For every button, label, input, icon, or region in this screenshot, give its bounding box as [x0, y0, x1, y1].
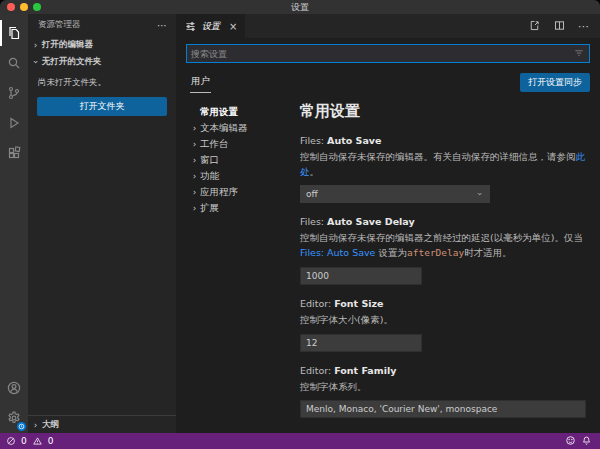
setting-link[interactable]: Files: Auto Save — [300, 247, 375, 258]
outline-section[interactable]: › 大纲 — [28, 416, 176, 433]
title-bar: 设置 — [0, 0, 600, 14]
chevron-down-icon: › — [31, 57, 41, 66]
notifications-bell-icon[interactable] — [581, 435, 592, 448]
toc-item[interactable]: 常用设置 — [190, 104, 296, 120]
minimize-window-button[interactable] — [20, 3, 28, 11]
description-text: 时才适用。 — [464, 247, 512, 258]
toc-item-label: 扩展 — [199, 202, 219, 215]
more-actions-icon[interactable]: ⋯ — [157, 20, 168, 31]
toc-item[interactable]: ›功能 — [190, 168, 296, 184]
toc-item[interactable]: ›扩展 — [190, 200, 296, 216]
close-window-button[interactable] — [7, 3, 15, 11]
setting-title: Editor: Font Size — [300, 298, 586, 309]
description-text: 设置为 — [375, 247, 407, 258]
run-debug-icon[interactable] — [0, 108, 28, 138]
description-text: 控制自动保存未保存的编辑器之前经过的延迟(以毫秒为单位)。仅当 — [300, 232, 583, 243]
description-text: 。 — [310, 166, 320, 177]
status-bar: 0 0 — [0, 433, 600, 449]
tab-bar: 设置 × ⋯ — [176, 14, 600, 38]
chevron-right-icon: › — [190, 123, 199, 133]
open-settings-json-icon[interactable] — [528, 19, 541, 34]
open-folder-button[interactable]: 打开文件夹 — [37, 97, 167, 116]
setting-name: Font Size — [334, 298, 383, 309]
open-editors-section[interactable]: › 打开的编辑器 — [28, 36, 176, 53]
accounts-icon[interactable] — [0, 373, 28, 403]
settings-toc: 常用设置›文本编辑器›工作台›窗口›功能›应用程序›扩展 — [176, 94, 296, 433]
editor-actions: ⋯ — [528, 14, 600, 38]
toc-item-label: 文本编辑器 — [199, 122, 248, 135]
setting-name: Auto Save — [327, 135, 381, 146]
toc-item[interactable]: ›工作台 — [190, 136, 296, 152]
editor-area: 设置 × ⋯ 用户 打开设置同步 — [176, 14, 600, 433]
settings-search-input[interactable] — [191, 49, 573, 59]
toc-item-label: 应用程序 — [199, 186, 238, 199]
setting-row: Editor: Font Family控制字体系列。 — [300, 365, 586, 419]
window-title: 设置 — [291, 1, 309, 14]
setting-title: Files: Auto Save — [300, 135, 586, 146]
error-icon — [6, 436, 16, 446]
settings-heading: 常用设置 — [300, 102, 586, 121]
settings-list: Files: Auto Save控制自动保存未保存的编辑器。有关自动保存的详细信… — [300, 135, 586, 433]
chevron-right-icon: › — [190, 203, 199, 213]
warning-count: 0 — [48, 436, 54, 446]
toc-item[interactable]: ›窗口 — [190, 152, 296, 168]
setting-description: 控制自动保存未保存的编辑器。有关自动保存的详细信息，请参阅此处。 — [300, 150, 586, 179]
setting-name: Auto Save Delay — [327, 216, 415, 227]
maximize-window-button[interactable] — [33, 3, 41, 11]
setting-input[interactable] — [300, 334, 422, 352]
description-text: 控制自动保存未保存的编辑器。有关自动保存的详细信息，请参阅 — [300, 151, 576, 162]
code-text: afterDelay — [407, 247, 464, 258]
setting-input[interactable] — [300, 400, 586, 418]
warning-icon — [32, 436, 43, 446]
gear-update-badge — [17, 422, 26, 431]
chevron-right-icon: › — [31, 40, 40, 50]
settings-tab[interactable]: 设置 × — [176, 14, 245, 38]
description-text: 控制字体大小(像素)。 — [300, 314, 393, 325]
problems-status[interactable]: 0 0 — [6, 436, 53, 446]
setting-category: Files: — [300, 216, 327, 227]
tab-label: 设置 — [202, 20, 220, 33]
setting-category: Files: — [300, 135, 327, 146]
select-value: off — [306, 189, 318, 199]
toc-item[interactable]: ›应用程序 — [190, 184, 296, 200]
description-text: 控制字体系列。 — [300, 381, 367, 392]
setting-row: Files: Auto Save控制自动保存未保存的编辑器。有关自动保存的详细信… — [300, 135, 586, 203]
setting-title: Files: Auto Save Delay — [300, 216, 586, 227]
no-folder-message: 尚未打开文件夹。 — [28, 70, 176, 95]
settings-sync-button[interactable]: 打开设置同步 — [520, 73, 590, 92]
explorer-icon[interactable] — [0, 18, 28, 48]
feedback-icon[interactable] — [565, 435, 576, 448]
setting-description: 控制字体大小(像素)。 — [300, 313, 586, 328]
chevron-right-icon: › — [190, 139, 199, 149]
vscode-window: 设置 — [0, 0, 600, 449]
toc-item-label: 工作台 — [199, 138, 229, 151]
toc-item-label: 窗口 — [199, 154, 219, 167]
scope-tab-user[interactable]: 用户 — [190, 72, 211, 93]
chevron-right-icon: › — [190, 187, 199, 197]
chevron-right-icon: › — [190, 171, 199, 181]
setting-description: 控制自动保存未保存的编辑器之前经过的延迟(以毫秒为单位)。仅当 Files: A… — [300, 231, 586, 260]
no-folder-section[interactable]: › 无打开的文件夹 — [28, 53, 176, 70]
source-control-icon[interactable] — [0, 78, 28, 108]
toc-item-label: 常用设置 — [199, 106, 238, 119]
settings-content: 常用设置 Files: Auto Save控制自动保存未保存的编辑器。有关自动保… — [296, 94, 600, 433]
tab-close-icon[interactable]: × — [229, 21, 237, 32]
explorer-sidebar: 资源管理器 ⋯ › 打开的编辑器 › 无打开的文件夹 尚未打开文件夹。 打开文件… — [28, 14, 176, 433]
setting-row: Editor: Font Size控制字体大小(像素)。 — [300, 298, 586, 352]
split-editor-icon[interactable] — [553, 19, 566, 34]
setting-name: Font Family — [334, 365, 396, 376]
window-controls — [7, 3, 41, 11]
chevron-down-icon: › — [475, 190, 485, 199]
toc-item[interactable]: ›文本编辑器 — [190, 120, 296, 136]
more-actions-icon[interactable]: ⋯ — [578, 20, 590, 33]
toc-item-label: 功能 — [199, 170, 219, 183]
setting-row: Files: Auto Save Delay控制自动保存未保存的编辑器之前经过的… — [300, 216, 586, 284]
setting-select[interactable]: off› — [300, 185, 490, 203]
settings-editor-icon — [184, 20, 197, 33]
extensions-icon[interactable] — [0, 138, 28, 168]
filter-icon[interactable] — [573, 47, 585, 61]
search-icon[interactable] — [0, 48, 28, 78]
activity-bar — [0, 14, 28, 433]
setting-input[interactable] — [300, 267, 422, 285]
settings-gear-icon[interactable] — [0, 403, 28, 433]
